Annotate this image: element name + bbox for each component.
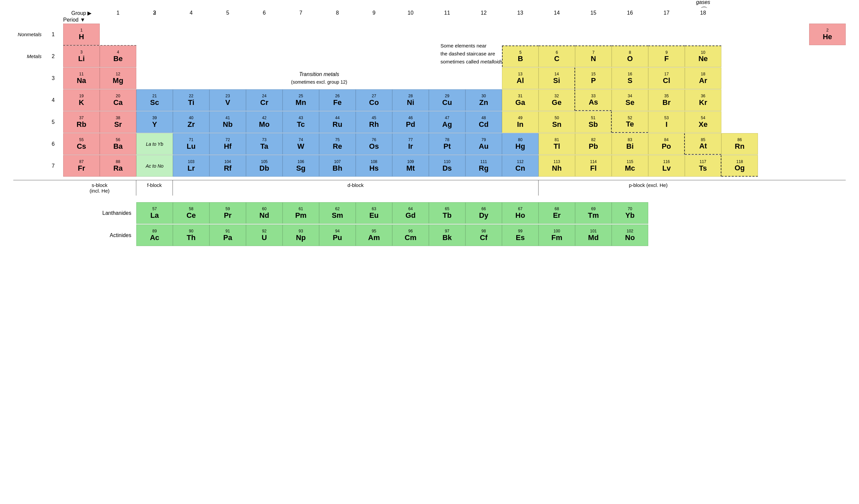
element-Lr[interactable]: 103 Lr bbox=[173, 155, 209, 177]
element-Pm[interactable]: 61 Pm bbox=[283, 202, 319, 224]
element-Ne[interactable]: 10 Ne bbox=[685, 46, 721, 67]
element-K[interactable]: 19 K bbox=[63, 89, 100, 111]
element-Mc[interactable]: 115 Mc bbox=[612, 155, 648, 177]
element-Fm[interactable]: 100 Fm bbox=[539, 224, 575, 246]
element-Se[interactable]: 34 Se bbox=[612, 89, 648, 111]
element-Sc[interactable]: 21 Sc bbox=[136, 89, 173, 111]
element-P[interactable]: 15 P bbox=[575, 67, 612, 89]
element-Ni[interactable]: 28 Ni bbox=[392, 89, 429, 111]
element-Rf[interactable]: 104 Rf bbox=[209, 155, 246, 177]
element-N[interactable]: 7 N bbox=[575, 46, 612, 67]
element-V[interactable]: 23 V bbox=[209, 89, 246, 111]
element-Hf[interactable]: 72 Hf bbox=[209, 133, 246, 155]
element-Yb[interactable]: 70 Yb bbox=[612, 202, 648, 224]
element-Db[interactable]: 105 Db bbox=[246, 155, 283, 177]
element-W[interactable]: 74 W bbox=[283, 133, 319, 155]
element-Hs[interactable]: 108 Hs bbox=[356, 155, 392, 177]
element-La[interactable]: 57 La bbox=[136, 202, 173, 224]
element-Sm[interactable]: 62 Sm bbox=[319, 202, 356, 224]
element-Ba[interactable]: 56 Ba bbox=[100, 133, 136, 155]
element-Xe[interactable]: 54 Xe bbox=[685, 111, 721, 133]
element-Sn[interactable]: 50 Sn bbox=[539, 111, 575, 133]
element-In[interactable]: 49 In bbox=[502, 111, 539, 133]
element-Rn[interactable]: 86 Rn bbox=[721, 133, 758, 155]
element-Pr[interactable]: 59 Pr bbox=[209, 202, 246, 224]
element-Rb[interactable]: 37 Rb bbox=[63, 111, 100, 133]
element-Cm[interactable]: 96 Cm bbox=[392, 224, 429, 246]
element-Pd[interactable]: 46 Pd bbox=[392, 111, 429, 133]
element-As[interactable]: 33 As bbox=[575, 89, 612, 111]
element-Gd[interactable]: 64 Gd bbox=[392, 202, 429, 224]
element-O[interactable]: 8 O bbox=[612, 46, 648, 67]
element-Be[interactable]: 4 Be bbox=[100, 46, 136, 67]
element-Si[interactable]: 14 Si bbox=[539, 67, 575, 89]
element-No[interactable]: 102 No bbox=[612, 224, 648, 246]
element-Es[interactable]: 99 Es bbox=[502, 224, 539, 246]
element-Na[interactable]: 11 Na bbox=[63, 67, 100, 89]
element-Er[interactable]: 68 Er bbox=[539, 202, 575, 224]
element-Y[interactable]: 39 Y bbox=[136, 111, 173, 133]
element-F[interactable]: 9 F bbox=[648, 46, 685, 67]
element-Og[interactable]: 118 Og bbox=[721, 155, 758, 177]
element-H[interactable]: 1 H bbox=[63, 23, 100, 45]
element-Re[interactable]: 75 Re bbox=[319, 133, 356, 155]
element-I[interactable]: 53 I bbox=[648, 111, 685, 133]
element-Po[interactable]: 84 Po bbox=[648, 133, 685, 155]
element-Sb[interactable]: 51 Sb bbox=[575, 111, 612, 133]
element-Nd[interactable]: 60 Nd bbox=[246, 202, 283, 224]
element-Lv[interactable]: 116 Lv bbox=[648, 155, 685, 177]
element-Ts[interactable]: 117 Ts bbox=[685, 155, 721, 177]
element-Pt[interactable]: 78 Pt bbox=[429, 133, 465, 155]
element-Au[interactable]: 79 Au bbox=[465, 133, 502, 155]
element-Tb[interactable]: 65 Tb bbox=[429, 202, 465, 224]
element-Ds[interactable]: 110 Ds bbox=[429, 155, 465, 177]
element-Ir[interactable]: 77 Ir bbox=[392, 133, 429, 155]
element-Ta[interactable]: 73 Ta bbox=[246, 133, 283, 155]
element-B[interactable]: 5 B bbox=[502, 46, 539, 67]
element-Bh[interactable]: 107 Bh bbox=[319, 155, 356, 177]
element-Nh[interactable]: 113 Nh bbox=[539, 155, 575, 177]
element-Fe[interactable]: 26 Fe bbox=[319, 89, 356, 111]
element-Bi[interactable]: 83 Bi bbox=[612, 133, 648, 155]
element-U[interactable]: 92 U bbox=[246, 224, 283, 246]
element-Ra[interactable]: 88 Ra bbox=[100, 155, 136, 177]
element-Ru[interactable]: 44 Ru bbox=[319, 111, 356, 133]
element-Ac-to-No[interactable]: Ac to No bbox=[136, 155, 173, 177]
element-Rh[interactable]: 45 Rh bbox=[356, 111, 392, 133]
element-Os[interactable]: 76 Os bbox=[356, 133, 392, 155]
element-At[interactable]: 85 At bbox=[685, 133, 721, 155]
element-Cn[interactable]: 112 Cn bbox=[502, 155, 539, 177]
element-Ti[interactable]: 22 Ti bbox=[173, 89, 209, 111]
element-Pu[interactable]: 94 Pu bbox=[319, 224, 356, 246]
element-Te[interactable]: 52 Te bbox=[612, 111, 648, 133]
element-Ag[interactable]: 47 Ag bbox=[429, 111, 465, 133]
element-Mg[interactable]: 12 Mg bbox=[100, 67, 136, 89]
element-Pb[interactable]: 82 Pb bbox=[575, 133, 612, 155]
element-Cl[interactable]: 17 Cl bbox=[648, 67, 685, 89]
element-Ge[interactable]: 32 Ge bbox=[539, 89, 575, 111]
element-Co[interactable]: 27 Co bbox=[356, 89, 392, 111]
element-Sg[interactable]: 106 Sg bbox=[283, 155, 319, 177]
element-Hg[interactable]: 80 Hg bbox=[502, 133, 539, 155]
element-He[interactable]: 2 He bbox=[809, 23, 846, 45]
element-Ar[interactable]: 18 Ar bbox=[685, 67, 721, 89]
element-Sr[interactable]: 38 Sr bbox=[100, 111, 136, 133]
element-Tc[interactable]: 43 Tc bbox=[283, 111, 319, 133]
element-Fr[interactable]: 87 Fr bbox=[63, 155, 100, 177]
element-Tm[interactable]: 69 Tm bbox=[575, 202, 612, 224]
element-Tl[interactable]: 81 Tl bbox=[539, 133, 575, 155]
element-Rg[interactable]: 111 Rg bbox=[465, 155, 502, 177]
element-Ce[interactable]: 58 Ce bbox=[173, 202, 209, 224]
element-Am[interactable]: 95 Am bbox=[356, 224, 392, 246]
element-Eu[interactable]: 63 Eu bbox=[356, 202, 392, 224]
element-Kr[interactable]: 36 Kr bbox=[685, 89, 721, 111]
element-Li[interactable]: 3 Li bbox=[63, 46, 100, 67]
element-Lu[interactable]: 71 Lu bbox=[173, 133, 209, 155]
element-Ho[interactable]: 67 Ho bbox=[502, 202, 539, 224]
element-Mo[interactable]: 42 Mo bbox=[246, 111, 283, 133]
element-Cs[interactable]: 55 Cs bbox=[63, 133, 100, 155]
element-Dy[interactable]: 66 Dy bbox=[465, 202, 502, 224]
element-Fl[interactable]: 114 Fl bbox=[575, 155, 612, 177]
element-Cu[interactable]: 29 Cu bbox=[429, 89, 465, 111]
element-Cr[interactable]: 24 Cr bbox=[246, 89, 283, 111]
